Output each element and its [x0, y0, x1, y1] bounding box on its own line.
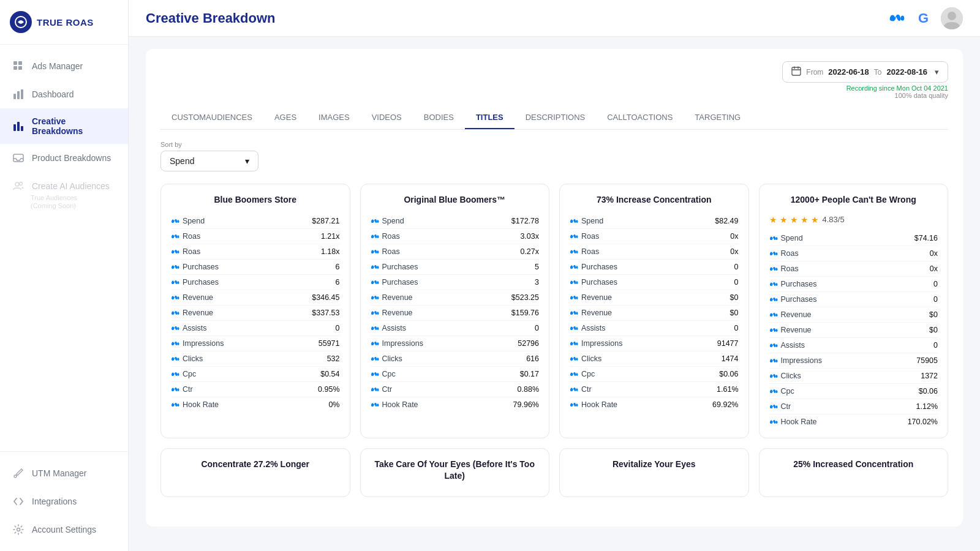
metric-value: 532 — [327, 354, 340, 363]
tab-bodies[interactable]: BODIES — [413, 107, 465, 129]
metric-row: Hook Rate 79.96% — [371, 397, 540, 412]
svg-rect-4 — [18, 66, 22, 70]
metric-value: 0 — [933, 280, 938, 288]
metric-value: 5 — [535, 263, 539, 271]
metric-row: Revenue $523.25 — [371, 290, 540, 305]
card-title: Blue Boomers Store — [171, 194, 340, 206]
metric-value: $74.16 — [914, 234, 938, 242]
metric-label: Roas — [371, 232, 400, 241]
metric-row: Purchases 0 — [570, 275, 739, 290]
sidebar-item-label: Account Settings — [32, 525, 96, 534]
date-picker[interactable]: From 2022-06-18 To 2022-08-16 ▾ — [782, 61, 948, 83]
meta-icon[interactable] — [889, 9, 906, 28]
metric-value: 0 — [535, 324, 539, 332]
tab-ages[interactable]: AGES — [263, 107, 307, 129]
metric-row: Roas 0x — [769, 246, 938, 261]
tab-targeting[interactable]: TARGETING — [684, 107, 752, 129]
sidebar-item-label: Create AI Audiences — [32, 181, 110, 191]
metric-label: Purchases — [769, 295, 817, 304]
metric-label: Revenue — [570, 309, 612, 317]
logo[interactable]: TRUE ROAS — [0, 0, 128, 45]
tab-customaudiences[interactable]: CUSTOMAUDIENCES — [160, 107, 263, 129]
date-from-value: 2022-06-18 — [828, 67, 869, 77]
bottom-card-title: Take Care Of Your Eyes (Before It's Too … — [371, 459, 540, 482]
metric-row: Cpc $0.54 — [171, 367, 340, 382]
sidebar-item-account-settings[interactable]: Account Settings — [0, 515, 128, 544]
sidebar: TRUE ROAS Ads Manager — [0, 0, 129, 551]
metric-value: 1.18x — [321, 247, 340, 256]
metric-row: Roas 1.18x — [171, 244, 340, 260]
metric-row: Spend $172.78 — [371, 214, 540, 229]
metric-value: $523.25 — [511, 293, 539, 302]
metric-value: $0.17 — [520, 370, 539, 378]
tab-videos[interactable]: VIDEOS — [361, 107, 413, 129]
svg-point-15 — [17, 528, 20, 531]
svg-rect-8 — [13, 124, 16, 131]
bottom-card-0: Concentrate 27.2% Longer — [160, 448, 350, 497]
sidebar-nav: Ads Manager Dashboard Crea — [0, 45, 128, 451]
metric-label: Clicks — [570, 354, 601, 363]
bottom-card-title: Revitalize Your Eyes — [612, 459, 696, 471]
metric-value: 52796 — [518, 339, 539, 348]
metric-label: Hook Rate — [371, 400, 418, 409]
metric-label: Spend — [570, 217, 603, 225]
svg-rect-6 — [17, 91, 20, 99]
users-icon — [12, 180, 24, 192]
google-icon[interactable]: G — [918, 10, 929, 26]
sidebar-item-product-breakdowns[interactable]: Product Breakdowns — [0, 144, 128, 172]
sidebar-item-integrations[interactable]: Integrations — [0, 487, 128, 515]
sidebar-item-label: Ads Manager — [32, 61, 83, 71]
metric-row: Revenue $346.45 — [171, 290, 340, 305]
rating-value: 4.83/5 — [823, 215, 845, 224]
metric-label: Assists — [171, 324, 207, 332]
sort-select[interactable]: Spend ▾ — [160, 151, 258, 171]
metric-row: Clicks 532 — [171, 351, 340, 367]
metric-value: 0 — [933, 341, 938, 350]
metric-row: Assists 0 — [371, 321, 540, 336]
tab-images[interactable]: IMAGES — [307, 107, 361, 129]
sidebar-item-ads-manager[interactable]: Ads Manager — [0, 52, 128, 80]
metric-label: Purchases — [769, 280, 817, 288]
metric-label: Clicks — [371, 354, 402, 363]
sort-value: Spend — [170, 156, 194, 166]
metric-label: Revenue — [769, 310, 812, 319]
metric-label: Purchases — [171, 263, 219, 271]
metric-row: Purchases 0 — [570, 260, 739, 275]
sidebar-item-creative-breakdowns[interactable]: Creative Breakdowns — [0, 108, 128, 144]
calendar-icon — [791, 66, 801, 78]
metric-value: 0.95% — [318, 385, 339, 394]
avatar[interactable] — [941, 7, 963, 29]
metric-row: Cpc $0.06 — [769, 384, 938, 399]
sidebar-item-dashboard[interactable]: Dashboard — [0, 80, 128, 108]
metric-label: Revenue — [171, 293, 213, 302]
tab-descriptions[interactable]: DESCRIPTIONS — [514, 107, 597, 129]
metric-row: Roas 0x — [570, 244, 739, 260]
card-0: Blue Boomers Store Spend $287.21 Roas 1.… — [160, 184, 350, 438]
sidebar-item-utm-manager[interactable]: UTM Manager — [0, 459, 128, 487]
bottom-card-1: Take Care Of Your Eyes (Before It's Too … — [360, 448, 550, 497]
metric-value: 170.02% — [908, 418, 938, 426]
metric-label: Revenue — [171, 309, 213, 317]
bottom-cards-row: Concentrate 27.2% LongerTake Care Of You… — [160, 448, 948, 497]
metric-value: $0.06 — [719, 370, 738, 378]
metric-value: 3.03x — [520, 232, 539, 241]
metric-label: Spend — [769, 234, 803, 242]
metric-row: Ctr 0.88% — [371, 382, 540, 397]
inbox-icon — [12, 152, 24, 164]
svg-rect-5 — [13, 94, 16, 99]
metric-label: Roas — [570, 232, 599, 241]
metric-row: Impressions 75905 — [769, 353, 938, 369]
topbar: Creative Breakdown G — [129, 0, 980, 37]
tabs: CUSTOMAUDIENCESAGESIMAGESVIDEOSBODIESTIT… — [160, 107, 948, 130]
code-icon — [12, 495, 24, 508]
sort-chevron-icon: ▾ — [245, 156, 249, 166]
ai-audiences-sublabel: True Audiences(Coming Soon) — [12, 194, 77, 210]
svg-rect-10 — [21, 126, 23, 131]
svg-rect-7 — [21, 89, 23, 99]
sort-row: Sort by Spend ▾ — [160, 141, 948, 171]
date-from-label: From — [806, 68, 823, 77]
metric-row: Revenue $0 — [570, 305, 739, 321]
tab-titles[interactable]: TITLES — [465, 107, 514, 129]
tab-calltoactions[interactable]: CALLTOACTIONS — [596, 107, 684, 129]
metric-row: Ctr 0.95% — [171, 382, 340, 397]
